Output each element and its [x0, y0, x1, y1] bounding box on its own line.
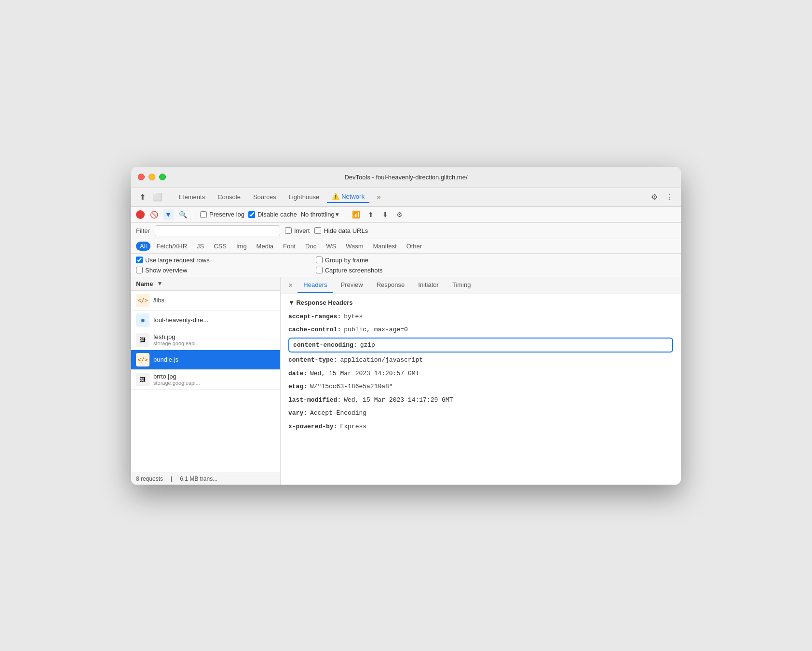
toolbar-divider-1: [169, 192, 169, 203]
network-filter-bar: 🚫 ▼ 🔍 Preserve log Disable cache No thro…: [131, 207, 681, 223]
file-item-bundle-js[interactable]: </> bundle.js: [131, 350, 280, 370]
type-btn-wasm[interactable]: Wasm: [342, 242, 367, 251]
detail-tab-preview[interactable]: Preview: [335, 277, 368, 293]
pointer-icon[interactable]: ⬆: [136, 191, 149, 203]
detail-tab-initiator[interactable]: Initiator: [412, 277, 445, 293]
disable-cache-checkbox[interactable]: [248, 211, 255, 218]
search-icon[interactable]: 🔍: [177, 209, 188, 220]
file-item-foul-heavenly[interactable]: ≡ foul-heavenly-dire...: [131, 311, 280, 330]
header-key-1: cache-control:: [288, 325, 341, 335]
record-button[interactable]: [136, 210, 145, 219]
details-tabs: × HeadersPreviewResponseInitiatorTiming: [281, 277, 681, 294]
file-name-libs: /libs: [153, 297, 275, 304]
main-toolbar: ⬆ ⬜ Elements Console Sources Lighthouse …: [131, 188, 681, 207]
file-item-brrto-jpg[interactable]: 🖼 brrto.jpg storage.googleapi...: [131, 370, 280, 390]
file-icon-foul-heavenly: ≡: [136, 313, 149, 327]
clear-icon[interactable]: 🚫: [149, 209, 159, 220]
filter-input[interactable]: [155, 225, 280, 236]
disable-cache-label[interactable]: Disable cache: [248, 211, 297, 218]
header-val-0: bytes: [344, 312, 363, 322]
filter-icon[interactable]: ▼: [163, 209, 174, 220]
type-btn-media[interactable]: Media: [253, 242, 277, 251]
file-name-brrto-jpg: brrto.jpg: [153, 373, 275, 380]
type-btn-doc[interactable]: Doc: [301, 242, 320, 251]
close-details-button[interactable]: ×: [285, 277, 296, 294]
header-row-0: accept-ranges: bytes: [288, 310, 673, 324]
more-options-icon[interactable]: ⋮: [663, 191, 676, 203]
type-btn-manifest[interactable]: Manifest: [369, 242, 400, 251]
throttle-button[interactable]: No throttling ▾: [301, 211, 339, 218]
filter-input-row: Filter Invert Hide data URLs: [131, 223, 681, 239]
detail-tab-timing[interactable]: Timing: [447, 277, 477, 293]
header-val-8: Express: [340, 422, 366, 432]
options-row: Use large request rows Show overview Gro…: [131, 254, 681, 277]
type-btn-js[interactable]: JS: [193, 242, 208, 251]
capture-screenshots-label[interactable]: Capture screenshots: [316, 267, 383, 274]
group-by-frame-checkbox[interactable]: [316, 257, 323, 263]
warning-icon: ⚠️: [332, 193, 339, 200]
titlebar: DevTools - foul-heavenly-direction.glitc…: [131, 167, 681, 188]
minimize-button[interactable]: [149, 174, 155, 180]
capture-screenshots-checkbox[interactable]: [316, 267, 323, 273]
header-key-7: vary:: [288, 408, 307, 418]
status-bar: 8 requests | 6.1 MB trans...: [131, 473, 280, 485]
upload-icon[interactable]: ⬆: [365, 209, 376, 220]
header-key-6: last-modified:: [288, 395, 341, 405]
file-items: </> /libs ≡ foul-heavenly-dire... 🖼 fesh…: [131, 291, 280, 473]
window-title: DevTools - foul-heavenly-direction.glitc…: [344, 174, 467, 181]
group-by-frame-label[interactable]: Group by frame: [316, 257, 383, 264]
preserve-log-label[interactable]: Preserve log: [200, 211, 244, 218]
file-icon-libs: </>: [136, 294, 149, 307]
file-sub-fesh-jpg: storage.googleapi...: [153, 340, 275, 346]
type-btn-fetch_xhr[interactable]: Fetch/XHR: [152, 242, 191, 251]
header-key-0: accept-ranges:: [288, 312, 341, 322]
tab-network[interactable]: ⚠️ Network: [327, 191, 369, 203]
tab-console[interactable]: Console: [213, 191, 245, 203]
header-row-8: x-powered-by: Express: [288, 420, 673, 434]
detail-tab-headers[interactable]: Headers: [298, 277, 333, 293]
file-item-fesh-jpg[interactable]: 🖼 fesh.jpg storage.googleapi...: [131, 330, 280, 350]
type-filter-row: AllFetch/XHRJSCSSImgMediaFontDocWSWasmMa…: [131, 239, 681, 254]
type-btn-font[interactable]: Font: [279, 242, 299, 251]
file-info-libs: /libs: [153, 297, 275, 304]
header-val-7: Accept-Encoding: [310, 408, 366, 418]
settings-icon[interactable]: ⚙: [648, 191, 661, 203]
type-btn-all[interactable]: All: [136, 242, 150, 251]
wifi-icon[interactable]: 📶: [351, 209, 362, 220]
use-large-rows-checkbox[interactable]: [136, 257, 143, 263]
file-list-header: Name ▼: [131, 277, 280, 291]
hide-data-urls-label[interactable]: Hide data URLs: [314, 227, 368, 234]
device-icon[interactable]: ⬜: [151, 191, 164, 203]
file-icon-bundle-js: </>: [136, 353, 149, 366]
tab-lighthouse[interactable]: Lighthouse: [284, 191, 325, 203]
response-headers-title: ▼ Response Headers: [288, 299, 673, 306]
file-info-brrto-jpg: brrto.jpg storage.googleapi...: [153, 373, 275, 386]
type-btn-ws[interactable]: WS: [322, 242, 340, 251]
header-row-4: date: Wed, 15 Mar 2023 14:20:57 GMT: [288, 367, 673, 380]
use-large-rows-label[interactable]: Use large request rows: [136, 257, 210, 264]
settings-network-icon[interactable]: ⚙: [394, 209, 405, 220]
preserve-log-checkbox[interactable]: [200, 211, 207, 218]
hide-data-urls-checkbox[interactable]: [314, 227, 321, 234]
file-list: Name ▼ </> /libs ≡ foul-heavenly-dire...…: [131, 277, 281, 485]
header-row-2: content-encoding: gzip: [288, 338, 673, 353]
header-val-6: Wed, 15 Mar 2023 14:17:29 GMT: [344, 395, 453, 405]
invert-checkbox[interactable]: [285, 227, 292, 234]
close-button[interactable]: [138, 174, 145, 180]
type-btn-css[interactable]: CSS: [210, 242, 230, 251]
maximize-button[interactable]: [159, 174, 166, 180]
header-key-3: content-type:: [288, 355, 337, 365]
tab-elements[interactable]: Elements: [174, 191, 210, 203]
toolbar-divider-2: [643, 192, 643, 203]
type-btn-img[interactable]: Img: [232, 242, 251, 251]
detail-tab-response[interactable]: Response: [371, 277, 411, 293]
type-btn-other[interactable]: Other: [403, 242, 426, 251]
tab-more[interactable]: »: [372, 191, 385, 203]
invert-label[interactable]: Invert: [285, 227, 310, 234]
tab-sources[interactable]: Sources: [248, 191, 281, 203]
show-overview-label[interactable]: Show overview: [136, 267, 210, 274]
file-item-libs[interactable]: </> /libs: [131, 291, 280, 311]
show-overview-checkbox[interactable]: [136, 267, 143, 273]
download-icon[interactable]: ⬇: [380, 209, 391, 220]
header-row-1: cache-control: public, max-age=0: [288, 323, 673, 337]
